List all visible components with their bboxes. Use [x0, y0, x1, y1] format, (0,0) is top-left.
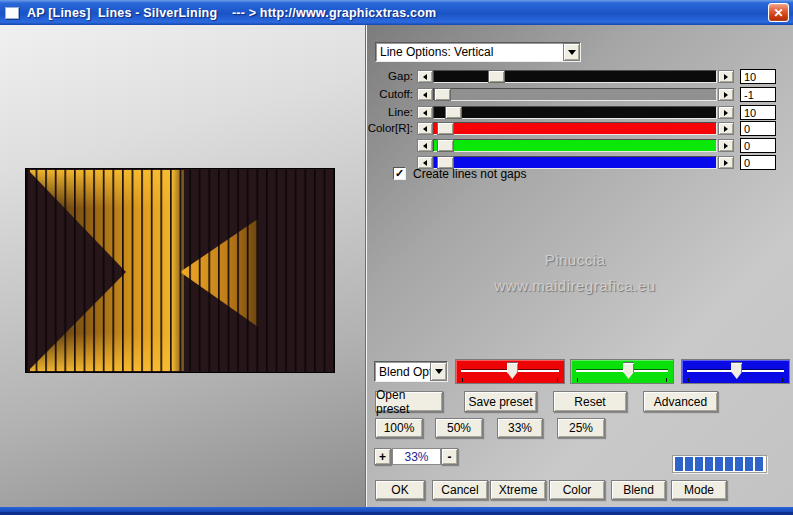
effect-preview-image: [25, 168, 335, 373]
color-g-decrement-button[interactable]: [417, 139, 433, 152]
arrow-right-icon: [724, 126, 728, 132]
close-button[interactable]: ✕: [768, 3, 789, 22]
cutoff-increment-button[interactable]: [718, 88, 734, 101]
tick-mark: [666, 378, 667, 382]
titlebar[interactable]: AP [Lines] Lines - SilverLining --- > ht…: [0, 0, 793, 25]
zoom-33-button[interactable]: 33%: [497, 418, 543, 438]
arrow-left-icon: [423, 126, 427, 132]
line-options-value: Line Options: Vertical: [376, 45, 563, 59]
blend-options-value: Blend Opti: [375, 365, 430, 379]
cutoff-slider-thumb[interactable]: [434, 88, 451, 101]
arrow-right-icon: [724, 92, 728, 98]
color-r-increment-button[interactable]: [718, 122, 734, 135]
blend-options-dropdown-button[interactable]: [430, 362, 447, 381]
blue-blend-slider[interactable]: [681, 359, 790, 384]
chevron-down-icon: [568, 50, 576, 55]
blue-blend-slider-thumb[interactable]: [731, 362, 742, 379]
line-slider-track[interactable]: [433, 106, 717, 119]
color-g-value-input[interactable]: [740, 138, 776, 153]
color-button[interactable]: Color: [549, 480, 605, 500]
cutoff-slider-track[interactable]: [433, 88, 717, 101]
check-icon: ✓: [395, 168, 404, 179]
line-value-input[interactable]: [740, 105, 776, 120]
color-b-value-input[interactable]: [740, 155, 776, 170]
ok-button[interactable]: OK: [375, 480, 425, 500]
create-lines-checkbox-label: Create lines not gaps: [413, 167, 526, 181]
blend-button[interactable]: Blend: [611, 480, 666, 500]
close-icon: ✕: [773, 6, 783, 20]
red-blend-slider[interactable]: [455, 359, 565, 384]
plugin-window: AP [Lines] Lines - SilverLining --- > ht…: [0, 0, 793, 515]
color-b-increment-button[interactable]: [718, 156, 734, 169]
blend-options-dropdown[interactable]: Blend Opti: [374, 361, 448, 382]
slider-groove: [576, 370, 668, 372]
advanced-button[interactable]: Advanced: [643, 391, 718, 412]
arrow-left-icon: [423, 74, 427, 80]
tick-mark: [577, 378, 578, 382]
color-g-slider-thumb[interactable]: [437, 139, 454, 152]
line-slider-thumb[interactable]: [445, 106, 462, 119]
zoom-in-button[interactable]: +: [374, 448, 391, 465]
progress-segment: [685, 457, 693, 471]
tick-mark: [462, 378, 463, 382]
arrow-left-icon: [423, 110, 427, 116]
arrow-right-icon: [724, 110, 728, 116]
arrow-left-icon: [423, 143, 427, 149]
arrow-left-icon: [423, 160, 427, 166]
gap-increment-button[interactable]: [718, 70, 734, 83]
xtreme-button[interactable]: Xtreme: [490, 480, 546, 500]
color-r-slider-thumb[interactable]: [437, 122, 454, 135]
gap-decrement-button[interactable]: [417, 70, 433, 83]
preview-graphic: [26, 169, 334, 372]
progress-segment: [675, 457, 683, 471]
zoom-50-button[interactable]: 50%: [435, 418, 483, 438]
progress-segment: [745, 457, 753, 471]
progress-segment: [735, 457, 743, 471]
progress-segment: [725, 457, 733, 471]
color-r-value-input[interactable]: [740, 121, 776, 136]
cutoff-label: Cutoff:: [362, 88, 413, 100]
open-preset-button[interactable]: Open preset: [375, 391, 443, 412]
chevron-down-icon: [435, 369, 443, 374]
cancel-button[interactable]: Cancel: [432, 480, 488, 500]
zoom-100-button[interactable]: 100%: [375, 418, 423, 438]
save-preset-button[interactable]: Save preset: [464, 391, 537, 412]
line-options-dropdown[interactable]: Line Options: Vertical: [375, 42, 581, 62]
line-increment-button[interactable]: [718, 106, 734, 119]
color-r-label: Color[R]:: [362, 122, 413, 134]
zoom-out-button[interactable]: -: [441, 448, 458, 465]
arrow-right-icon: [724, 143, 728, 149]
progress-segment: [705, 457, 713, 471]
line-options-dropdown-button[interactable]: [563, 43, 580, 61]
green-blend-slider[interactable]: [570, 359, 674, 384]
gap-slider-track[interactable]: [433, 70, 717, 83]
cutoff-value-input[interactable]: [740, 87, 776, 102]
gap-value-input[interactable]: [740, 69, 776, 84]
progress-segment: [715, 457, 723, 471]
watermark-line2: www.maidiregrafica.eu: [450, 273, 700, 299]
tick-mark: [782, 378, 783, 382]
gap-label: Gap:: [362, 70, 413, 82]
tick-mark: [557, 378, 558, 382]
progress-segment: [695, 457, 703, 471]
cutoff-decrement-button[interactable]: [417, 88, 433, 101]
zoom-25-button[interactable]: 25%: [557, 418, 605, 438]
window-title: AP [Lines] Lines - SilverLining --- > ht…: [27, 6, 436, 20]
color-g-increment-button[interactable]: [718, 139, 734, 152]
line-label: Line:: [362, 106, 413, 118]
reset-button[interactable]: Reset: [553, 391, 627, 412]
create-lines-checkbox[interactable]: ✓: [393, 167, 406, 180]
color-r-slider-track[interactable]: [433, 122, 717, 135]
red-blend-slider-thumb[interactable]: [507, 362, 518, 379]
app-icon: [5, 7, 19, 19]
progress-bar: [672, 455, 767, 473]
color-g-slider-track[interactable]: [433, 139, 717, 152]
arrow-right-icon: [724, 160, 728, 166]
color-r-decrement-button[interactable]: [417, 122, 433, 135]
watermark: Pinuccia www.maidiregrafica.eu: [450, 247, 700, 299]
mode-button[interactable]: Mode: [671, 480, 727, 500]
gap-slider-thumb[interactable]: [488, 70, 505, 83]
line-decrement-button[interactable]: [417, 106, 433, 119]
green-blend-slider-thumb[interactable]: [623, 362, 634, 379]
watermark-line1: Pinuccia: [450, 247, 700, 273]
